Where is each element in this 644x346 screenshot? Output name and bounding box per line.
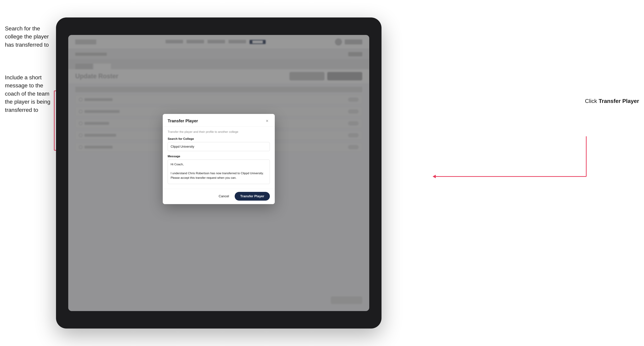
message-textarea[interactable] xyxy=(168,160,270,184)
modal-overlay: Transfer Player ✕ Transfer the player an… xyxy=(68,35,369,311)
transfer-player-button[interactable]: Transfer Player xyxy=(235,192,270,201)
modal-footer: Cancel Transfer Player xyxy=(163,189,275,204)
annotation-message-instruction: Include a short message to the coach of … xyxy=(5,73,54,114)
transfer-player-modal: Transfer Player ✕ Transfer the player an… xyxy=(163,114,275,204)
message-label: Message xyxy=(168,155,270,158)
modal-title: Transfer Player xyxy=(168,119,198,123)
svg-marker-7 xyxy=(432,175,436,178)
tablet-device: Update Roster xyxy=(56,17,382,329)
cancel-button[interactable]: Cancel xyxy=(216,192,232,200)
search-college-label: Search for College xyxy=(168,137,270,141)
close-icon[interactable]: ✕ xyxy=(264,118,270,124)
search-college-input[interactable] xyxy=(168,142,270,151)
modal-header: Transfer Player ✕ xyxy=(163,114,275,127)
tablet-screen: Update Roster xyxy=(68,35,369,311)
modal-body: Transfer the player and their profile to… xyxy=(163,127,275,189)
annotation-click-instruction: Click Transfer Player xyxy=(585,98,639,104)
modal-description: Transfer the player and their profile to… xyxy=(168,130,270,134)
annotation-search-instruction: Search for the college the player has tr… xyxy=(5,24,54,49)
